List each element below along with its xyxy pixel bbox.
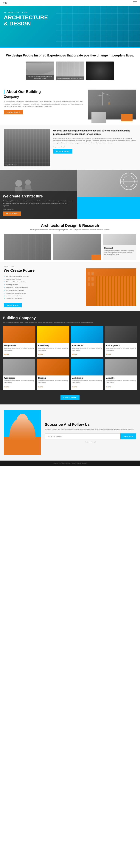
hero-content: ARCHITECTURE FIRM ARCHITECTURE & DESIGN [4, 11, 48, 27]
card2-text: Global Businesses that offers are the le… [56, 76, 84, 80]
arch-research-section: Architectural Design & Research Lorem ip… [0, 219, 140, 262]
crane-icon [93, 91, 112, 106]
about-heading1: About Our Building [6, 90, 85, 94]
subscribe-body: Be part of the story and follow us on Tw… [45, 428, 136, 431]
bc-card-body: Remodeling Lorem ipsum dolor sit amet, c… [37, 343, 69, 357]
svg-point-7 [25, 180, 31, 185]
future-inner: We Create Future Aenean euismod pretium … [4, 268, 136, 307]
svg-rect-15 [92, 272, 94, 275]
bc-card: Architecture Lorem ipsum dolor sit amet,… [71, 359, 103, 390]
svg-rect-17 [92, 277, 94, 281]
subscribe-person-image [4, 410, 41, 455]
bc-card-more-link[interactable]: MORE [106, 353, 111, 355]
bc-learn-more-button[interactable]: LEARN MORE [61, 395, 80, 400]
bc-card-title: Workspaces [4, 377, 34, 379]
we-create-overlay: We create architecture Sed ut perspiciat… [0, 191, 77, 219]
intro-card-1: Inspiring architecture is used to design… [26, 62, 54, 80]
svg-rect-4 [108, 102, 110, 104]
menu-button[interactable] [133, 1, 137, 4]
building-grid [4, 129, 50, 166]
bc-card-image [71, 326, 103, 343]
competitive-right: We keep on ensuring a competitive edge a… [53, 129, 136, 166]
we-create-top-image [77, 170, 140, 197]
arch-card-3-body: Lorem ipsum dolor sit amet, consectetur … [104, 250, 135, 256]
bc-card-title: Housing [38, 377, 68, 379]
about-orange-accent [121, 114, 133, 121]
intro-card-3 [86, 62, 114, 80]
we-create-read-more-button[interactable]: READ MORE [3, 212, 21, 216]
we-create-body: Sed ut perspiciatis unde omnis iste natu… [3, 200, 74, 207]
hero-grid-pattern [56, 6, 140, 47]
intro-section: We design People Inspired Experiences th… [0, 48, 140, 86]
bc-card-more-link[interactable]: MORE [4, 353, 9, 355]
svg-point-5 [15, 180, 22, 187]
svg-rect-16 [88, 277, 90, 281]
bc-card-more-link[interactable]: MORE [106, 386, 111, 388]
bc-card-more-link[interactable]: MORE [72, 353, 77, 355]
about-body: Ut enim ad minim veniam, quis nostrud ex… [4, 101, 85, 108]
we-create-section: We create architecture Sed ut perspiciat… [0, 170, 140, 219]
future-list-item: Consectetur adipiscing theplanet [4, 286, 82, 289]
about-learn-more-button[interactable]: LEARN MORE [4, 110, 23, 115]
svg-rect-19 [92, 283, 94, 286]
future-list-item: Aenean sed into the dune [4, 297, 82, 300]
arch-research-body: Lorem ipsum dolor sit amet, consectetur … [4, 229, 136, 231]
bc-card-more-link[interactable]: MORE [38, 386, 43, 388]
about-secondary-image [92, 112, 106, 123]
subscribe-inner: Subscribe And Follow Us Be part of the s… [4, 410, 136, 455]
future-right-image: ✈ [86, 268, 136, 306]
bc-card-more-link[interactable]: MORE [4, 386, 9, 388]
bc-card-title: About Us [106, 377, 136, 379]
bc-card-body: Civil Engineers Lorem ipsum dolor sit am… [105, 343, 137, 357]
bc-card: City Spaces Lorem ipsum dolor sit amet, … [71, 326, 103, 357]
bc-card-body: Design-Build Lorem ipsum dolor sit amet,… [3, 343, 35, 357]
bc-card-image [3, 359, 35, 375]
bc-card-text: Lorem ipsum dolor sit amet, consectetur … [4, 347, 34, 351]
we-create-heading: We create architecture [3, 194, 74, 198]
arch-research-cards: Research Lorem ipsum dolor sit amet, con… [4, 234, 136, 260]
future-checklist: Aenean euismod pretium euismodHighest ch… [4, 275, 82, 300]
bc-card: Remodeling Lorem ipsum dolor sit amet, c… [37, 326, 69, 357]
future-list-item: Aenean euismod lorem [4, 294, 82, 297]
we-create-cyan-bottom [77, 197, 140, 219]
arch-card-3: Research Lorem ipsum dolor sit amet, con… [103, 234, 136, 260]
bc-card-body: Housing Lorem ipsum dolor sit amet, cons… [37, 375, 69, 390]
bc-card-body: City Spaces Lorem ipsum dolor sit amet, … [71, 343, 103, 357]
hero-section: ARCHITECTURE FIRM ARCHITECTURE & DESIGN [0, 6, 140, 47]
about-heading-accent: About Our Building [4, 90, 85, 94]
subscribe-email-input[interactable] [45, 433, 120, 439]
future-list-item: Mauris punit look [4, 283, 82, 286]
bc-card-image [71, 359, 103, 375]
bc-card-body: Architecture Lorem ipsum dolor sit amet,… [71, 375, 103, 390]
arch-card-3-image [103, 234, 136, 246]
subscribe-heading: Subscribe And Follow Us [45, 423, 136, 427]
bc-card-text: Lorem ipsum dolor sit amet, consectetur … [38, 380, 68, 384]
subscribe-button[interactable]: SUBSCRIBE [120, 433, 136, 439]
competitive-body: Lorem ipsum dolor sit amet, consectetur … [53, 137, 136, 144]
competitive-section: Images from Freepik We keep on ensuring … [0, 125, 140, 170]
bc-bottom: LEARN MORE [3, 390, 137, 400]
competitive-inner: Images from Freepik We keep on ensuring … [4, 129, 136, 166]
bc-card-title: Design-Build [4, 344, 34, 346]
bc-card-image [37, 359, 69, 375]
future-read-more-button[interactable]: READ MORE [4, 303, 22, 307]
bc-card-title: Architecture [72, 377, 102, 379]
intro-heading: We design People Inspired Experiences th… [4, 53, 136, 58]
future-left-content: We Create Future Aenean euismod pretium … [4, 268, 82, 307]
bc-card-title: Remodeling [38, 344, 68, 346]
svg-rect-18 [88, 283, 90, 286]
building-company-heading: Building Company [3, 316, 137, 320]
about-building-section: About Our Building Company Ut enim ad mi… [0, 86, 140, 123]
bc-card-more-link[interactable]: MORE [38, 353, 43, 355]
bc-card-more-link[interactable]: MORE [72, 386, 77, 388]
bc-cards-grid: Design-Build Lorem ipsum dolor sit amet,… [3, 326, 137, 390]
person-body [9, 417, 35, 455]
bc-card: Civil Engineers Lorem ipsum dolor sit am… [105, 326, 137, 357]
arch-research-heading: Architectural Design & Research [4, 223, 136, 228]
subscribe-section: Subscribe And Follow Us Be part of the s… [0, 404, 140, 461]
bc-card: Workspaces Lorem ipsum dolor sit amet, c… [3, 359, 35, 390]
bc-card: Housing Lorem ipsum dolor sit amet, cons… [37, 359, 69, 390]
bc-card-text: Lorem ipsum dolor sit amet, consectetur … [72, 347, 102, 351]
hero-title: ARCHITECTURE & DESIGN [4, 14, 48, 27]
competitive-learn-more-button[interactable]: LEARN MORE [53, 149, 72, 154]
